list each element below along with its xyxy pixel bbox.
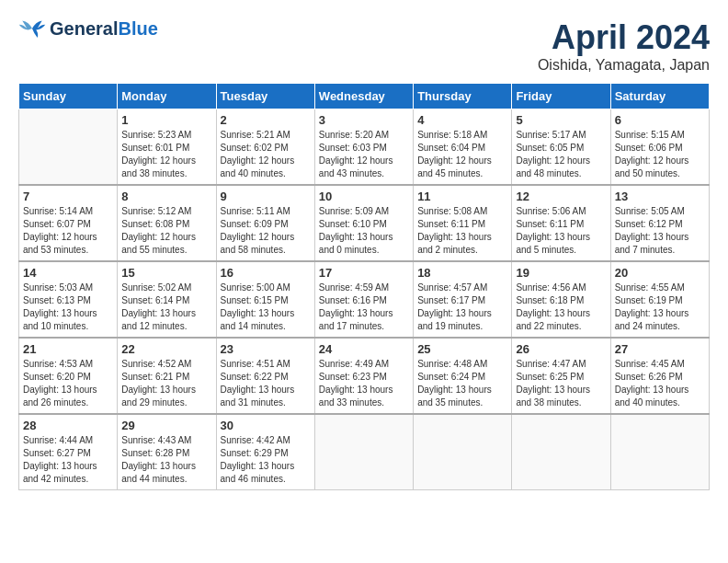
- day-number: 24: [319, 342, 409, 356]
- day-info: Sunrise: 5:12 AM Sunset: 6:08 PM Dayligh…: [121, 205, 211, 257]
- calendar-day-cell: 15Sunrise: 5:02 AM Sunset: 6:14 PM Dayli…: [118, 261, 216, 338]
- calendar-day-cell: 6Sunrise: 5:15 AM Sunset: 6:06 PM Daylig…: [610, 109, 709, 186]
- day-info: Sunrise: 5:03 AM Sunset: 6:13 PM Dayligh…: [23, 282, 113, 333]
- day-info: Sunrise: 4:51 AM Sunset: 6:22 PM Dayligh…: [221, 358, 311, 409]
- day-number: 26: [516, 342, 606, 356]
- day-info: Sunrise: 5:15 AM Sunset: 6:06 PM Dayligh…: [615, 129, 705, 180]
- day-number: 25: [417, 342, 507, 356]
- day-number: 4: [417, 113, 507, 127]
- day-info: Sunrise: 5:09 AM Sunset: 6:10 PM Dayligh…: [319, 205, 409, 257]
- day-number: 6: [615, 113, 705, 127]
- calendar-day-cell: 9Sunrise: 5:11 AM Sunset: 6:09 PM Daylig…: [216, 185, 314, 261]
- day-number: 5: [516, 113, 606, 127]
- calendar-day-cell: [314, 414, 413, 490]
- day-info: Sunrise: 4:56 AM Sunset: 6:18 PM Dayligh…: [516, 282, 606, 333]
- calendar-day-cell: 2Sunrise: 5:21 AM Sunset: 6:02 PM Daylig…: [216, 109, 314, 186]
- day-number: 18: [417, 266, 507, 280]
- day-number: 15: [121, 266, 211, 280]
- day-number: 11: [417, 190, 507, 203]
- page-title: April 2024: [538, 18, 710, 57]
- weekday-header-wednesday: Wednesday: [314, 84, 413, 109]
- calendar-day-cell: 14Sunrise: 5:03 AM Sunset: 6:13 PM Dayli…: [19, 261, 118, 338]
- calendar-day-cell: 25Sunrise: 4:48 AM Sunset: 6:24 PM Dayli…: [414, 338, 512, 414]
- day-number: 27: [615, 342, 705, 356]
- weekday-header-sunday: Sunday: [19, 84, 118, 109]
- day-number: 19: [516, 266, 606, 280]
- day-info: Sunrise: 4:49 AM Sunset: 6:23 PM Dayligh…: [319, 358, 409, 409]
- day-number: 2: [221, 113, 311, 127]
- weekday-header-thursday: Thursday: [414, 84, 512, 109]
- day-number: 16: [221, 266, 311, 280]
- day-info: Sunrise: 4:48 AM Sunset: 6:24 PM Dayligh…: [417, 358, 507, 409]
- calendar-day-cell: 28Sunrise: 4:44 AM Sunset: 6:27 PM Dayli…: [19, 414, 118, 490]
- calendar-day-cell: 8Sunrise: 5:12 AM Sunset: 6:08 PM Daylig…: [118, 185, 216, 261]
- day-number: 20: [615, 266, 705, 280]
- logo-text: GeneralBlue: [50, 18, 158, 39]
- day-number: 29: [121, 419, 211, 432]
- calendar-day-cell: 4Sunrise: 5:18 AM Sunset: 6:04 PM Daylig…: [414, 109, 512, 186]
- day-info: Sunrise: 4:55 AM Sunset: 6:19 PM Dayligh…: [615, 282, 705, 333]
- day-info: Sunrise: 4:57 AM Sunset: 6:17 PM Dayligh…: [417, 282, 507, 333]
- page-subtitle: Oishida, Yamagata, Japan: [538, 57, 710, 74]
- calendar-day-cell: 22Sunrise: 4:52 AM Sunset: 6:21 PM Dayli…: [118, 338, 216, 414]
- day-number: 17: [319, 266, 409, 280]
- calendar-day-cell: 12Sunrise: 5:06 AM Sunset: 6:11 PM Dayli…: [512, 185, 610, 261]
- weekday-header-monday: Monday: [118, 84, 216, 109]
- day-info: Sunrise: 5:18 AM Sunset: 6:04 PM Dayligh…: [417, 129, 507, 180]
- calendar-day-cell: 24Sunrise: 4:49 AM Sunset: 6:23 PM Dayli…: [314, 338, 413, 414]
- day-number: 30: [221, 419, 311, 432]
- day-info: Sunrise: 5:20 AM Sunset: 6:03 PM Dayligh…: [319, 129, 409, 180]
- day-info: Sunrise: 4:47 AM Sunset: 6:25 PM Dayligh…: [516, 358, 606, 409]
- calendar-day-cell: 23Sunrise: 4:51 AM Sunset: 6:22 PM Dayli…: [216, 338, 314, 414]
- day-info: Sunrise: 5:06 AM Sunset: 6:11 PM Dayligh…: [516, 205, 606, 257]
- day-info: Sunrise: 4:45 AM Sunset: 6:26 PM Dayligh…: [615, 358, 705, 409]
- header: GeneralBlue April 2024 Oishida, Yamagata…: [18, 18, 710, 74]
- day-info: Sunrise: 5:02 AM Sunset: 6:14 PM Dayligh…: [121, 282, 211, 333]
- calendar-day-cell: 1Sunrise: 5:23 AM Sunset: 6:01 PM Daylig…: [118, 109, 216, 186]
- calendar-day-cell: 16Sunrise: 5:00 AM Sunset: 6:15 PM Dayli…: [216, 261, 314, 338]
- calendar-day-cell: 30Sunrise: 4:42 AM Sunset: 6:29 PM Dayli…: [216, 414, 314, 490]
- calendar-day-cell: 3Sunrise: 5:20 AM Sunset: 6:03 PM Daylig…: [314, 109, 413, 186]
- day-number: 14: [23, 266, 113, 280]
- weekday-header-friday: Friday: [512, 84, 610, 109]
- title-area: April 2024 Oishida, Yamagata, Japan: [538, 18, 710, 74]
- day-info: Sunrise: 5:21 AM Sunset: 6:02 PM Dayligh…: [221, 129, 311, 180]
- day-number: 8: [121, 190, 211, 203]
- calendar-day-cell: [512, 414, 610, 490]
- calendar-day-cell: 19Sunrise: 4:56 AM Sunset: 6:18 PM Dayli…: [512, 261, 610, 338]
- weekday-header-row: SundayMondayTuesdayWednesdayThursdayFrid…: [19, 84, 710, 109]
- calendar-table: SundayMondayTuesdayWednesdayThursdayFrid…: [18, 83, 710, 490]
- calendar-week-row: 1Sunrise: 5:23 AM Sunset: 6:01 PM Daylig…: [19, 109, 710, 186]
- day-number: 9: [221, 190, 311, 203]
- calendar-day-cell: [19, 109, 118, 186]
- day-info: Sunrise: 4:42 AM Sunset: 6:29 PM Dayligh…: [221, 434, 311, 486]
- day-info: Sunrise: 5:14 AM Sunset: 6:07 PM Dayligh…: [23, 205, 113, 257]
- calendar-week-row: 28Sunrise: 4:44 AM Sunset: 6:27 PM Dayli…: [19, 414, 710, 490]
- day-number: 12: [516, 190, 606, 203]
- logo: GeneralBlue: [18, 18, 158, 39]
- calendar-day-cell: 18Sunrise: 4:57 AM Sunset: 6:17 PM Dayli…: [414, 261, 512, 338]
- day-number: 21: [23, 342, 113, 356]
- calendar-day-cell: 10Sunrise: 5:09 AM Sunset: 6:10 PM Dayli…: [314, 185, 413, 261]
- day-info: Sunrise: 4:43 AM Sunset: 6:28 PM Dayligh…: [121, 434, 211, 486]
- day-info: Sunrise: 5:05 AM Sunset: 6:12 PM Dayligh…: [615, 205, 705, 257]
- day-number: 3: [319, 113, 409, 127]
- day-info: Sunrise: 5:17 AM Sunset: 6:05 PM Dayligh…: [516, 129, 606, 180]
- day-info: Sunrise: 5:23 AM Sunset: 6:01 PM Dayligh…: [121, 129, 211, 180]
- day-number: 1: [121, 113, 211, 127]
- day-number: 22: [121, 342, 211, 356]
- calendar-day-cell: 29Sunrise: 4:43 AM Sunset: 6:28 PM Dayli…: [118, 414, 216, 490]
- day-info: Sunrise: 4:52 AM Sunset: 6:21 PM Dayligh…: [121, 358, 211, 409]
- calendar-day-cell: 7Sunrise: 5:14 AM Sunset: 6:07 PM Daylig…: [19, 185, 118, 261]
- day-info: Sunrise: 5:11 AM Sunset: 6:09 PM Dayligh…: [221, 205, 311, 257]
- calendar-day-cell: [414, 414, 512, 490]
- day-info: Sunrise: 4:53 AM Sunset: 6:20 PM Dayligh…: [23, 358, 113, 409]
- day-info: Sunrise: 5:08 AM Sunset: 6:11 PM Dayligh…: [417, 205, 507, 257]
- day-number: 28: [23, 419, 113, 432]
- day-number: 10: [319, 190, 409, 203]
- calendar-week-row: 21Sunrise: 4:53 AM Sunset: 6:20 PM Dayli…: [19, 338, 710, 414]
- calendar-week-row: 7Sunrise: 5:14 AM Sunset: 6:07 PM Daylig…: [19, 185, 710, 261]
- day-info: Sunrise: 4:44 AM Sunset: 6:27 PM Dayligh…: [23, 434, 113, 486]
- calendar-day-cell: [610, 414, 709, 490]
- day-number: 13: [615, 190, 705, 203]
